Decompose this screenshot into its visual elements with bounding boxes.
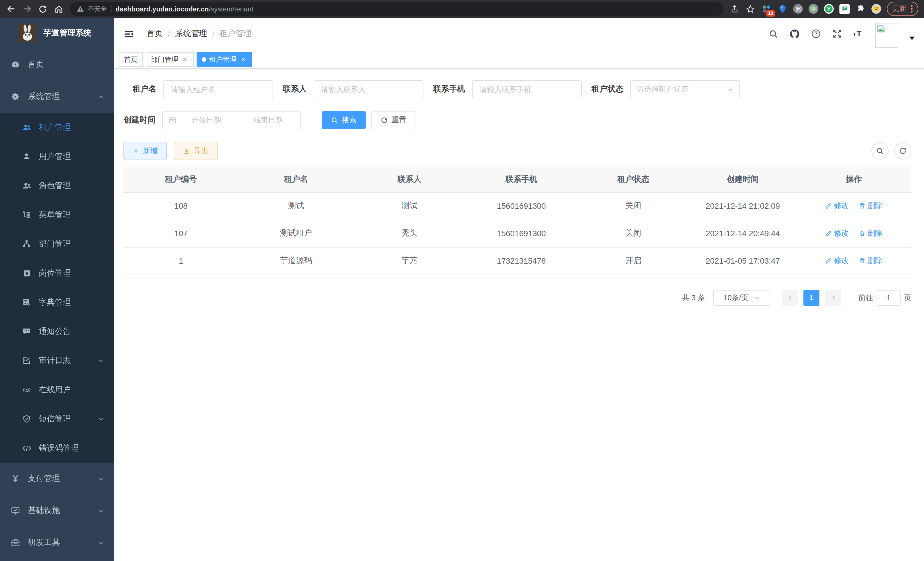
app-logo[interactable]: 芋道管理系统 (0, 18, 114, 49)
help-icon[interactable] (811, 29, 821, 39)
sidebar-item-user[interactable]: 用户管理 (0, 142, 114, 171)
col-actions: 操作 (796, 167, 911, 192)
search-button[interactable]: 搜索 (322, 111, 366, 129)
page-size-select[interactable]: 10条/页 (713, 290, 770, 306)
sidebar-item-errcode[interactable]: 错误码管理 (0, 433, 114, 463)
extension-emoji-icon[interactable] (872, 4, 881, 14)
trash-icon (859, 257, 866, 264)
extension-balloon-icon[interactable] (777, 4, 788, 14)
download-icon (183, 147, 190, 155)
trash-icon (859, 230, 866, 237)
sidebar-item-tenant[interactable]: 租户管理 (0, 113, 114, 142)
sidebar-item-label: 部门管理 (39, 239, 71, 249)
sidebar-item-infra[interactable]: 基础设施 (0, 495, 114, 527)
table-row: 1 芋道源码 芋艿 17321315478 开启 2021-01-05 17:0… (123, 247, 911, 274)
avatar[interactable] (875, 23, 898, 48)
tags-view: 首页 部门管理× 租户管理× (114, 50, 924, 69)
edit-link[interactable]: 修改 (825, 228, 849, 238)
goto-page-input[interactable] (877, 290, 901, 306)
reload-icon[interactable] (38, 4, 48, 14)
sidebar-item-sms[interactable]: 短信管理 (0, 404, 114, 433)
sidebar-item-home[interactable]: 首页 (0, 49, 114, 81)
edit-square-icon (22, 356, 32, 365)
org-tree-icon (22, 240, 32, 248)
sidebar-item-dept[interactable]: 部门管理 (0, 229, 114, 259)
col-tenant-id: 租户编号 (123, 167, 238, 192)
sidebar-item-dict[interactable]: 字典管理 (0, 288, 114, 317)
sidebar: 芋道管理系统 首页 系统管理 租户管理 用户管理 (0, 18, 114, 561)
date-range-picker[interactable]: 开始日期 - 结束日期 (162, 111, 301, 129)
sidebar-item-label: 租户管理 (39, 122, 71, 132)
reset-button[interactable]: 重置 (371, 111, 416, 129)
sidebar-item-audit-log[interactable]: 审计日志 (0, 346, 114, 375)
extension-tag-assistant-icon[interactable]: 10 (761, 4, 771, 14)
sidebar-item-system[interactable]: 系统管理 (0, 81, 114, 113)
tab-tenant[interactable]: 租户管理× (196, 52, 252, 67)
edit-link[interactable]: 修改 (825, 201, 849, 211)
sidebar-item-notice[interactable]: 通知公告 (0, 317, 114, 346)
delete-link[interactable]: 删除 (859, 256, 883, 266)
goto-label: 前往 (858, 293, 873, 303)
tenant-name-input[interactable] (164, 80, 273, 98)
contact-input[interactable] (314, 80, 423, 98)
sidebar-item-devtools[interactable]: 研发工具 (0, 527, 114, 559)
tenant-name-label: 租户名 (123, 84, 157, 94)
extension-grey-dot-icon[interactable] (808, 4, 818, 14)
menu-fold-icon[interactable] (123, 28, 134, 39)
add-button[interactable]: 新增 (123, 142, 167, 160)
fullscreen-icon[interactable] (832, 29, 842, 39)
tab-label: 首页 (124, 55, 138, 64)
svg-text:T: T (853, 32, 856, 38)
sidebar-item-menu[interactable]: 菜单管理 (0, 200, 114, 229)
cell-contact: 测试 (353, 192, 465, 220)
font-size-icon[interactable]: TT (853, 29, 865, 38)
tab-home[interactable]: 首页 (119, 52, 143, 67)
sidebar-item-role[interactable]: 角色管理 (0, 171, 114, 200)
avatar-dropdown-caret-icon[interactable] (909, 37, 915, 40)
address-bar[interactable]: 不安全 dashboard.yudao.iocoder.cn/system/te… (70, 2, 723, 16)
edit-link[interactable]: 修改 (825, 256, 849, 266)
prev-page-button[interactable] (782, 290, 798, 306)
sidebar-item-pay[interactable]: 支付管理 (0, 463, 114, 495)
sidebar-item-online-user[interactable]: 在线用户 (0, 375, 114, 404)
github-icon[interactable] (789, 28, 800, 39)
chevron-right-icon (830, 295, 836, 301)
edit-icon (825, 230, 832, 237)
extension-command-icon[interactable] (793, 4, 803, 14)
extensions-puzzle-icon[interactable] (855, 4, 866, 14)
breadcrumb-system[interactable]: 系统管理 (175, 29, 207, 39)
home-icon[interactable] (54, 4, 64, 14)
extension-chat-icon[interactable] (839, 4, 850, 14)
browser-update-button[interactable]: 更新 (887, 2, 918, 16)
browser-menu-kebab-icon[interactable] (911, 5, 913, 13)
export-button-label: 导出 (194, 146, 208, 156)
sidebar-item-label: 字典管理 (39, 297, 71, 307)
delete-link[interactable]: 删除 (859, 201, 883, 211)
next-page-button[interactable] (825, 290, 841, 306)
tab-dept[interactable]: 部门管理× (146, 52, 194, 67)
cell-created: 2021-01-05 17:03:47 (689, 247, 796, 274)
bookmark-star-icon[interactable] (745, 4, 755, 14)
edit-icon (825, 202, 832, 209)
mobile-input[interactable] (472, 80, 582, 98)
close-icon[interactable]: × (181, 56, 189, 63)
delete-link[interactable]: 删除 (859, 228, 883, 238)
sidebar-item-post[interactable]: 岗位管理 (0, 259, 114, 288)
page-1-button[interactable]: 1 (803, 290, 819, 306)
status-select[interactable]: 请选择租户状态 (630, 80, 740, 98)
breadcrumb-home[interactable]: 首页 (147, 29, 163, 39)
export-button[interactable]: 导出 (174, 142, 218, 160)
cell-id: 107 (123, 220, 238, 247)
yen-icon (10, 474, 20, 483)
share-icon[interactable] (729, 4, 740, 14)
sidebar-item-label: 审计日志 (39, 355, 71, 366)
main-area: 首页 / 系统管理 / 租户管理 TT (114, 18, 924, 561)
back-icon[interactable] (6, 4, 16, 14)
show-search-toggle-button[interactable] (872, 142, 889, 159)
forward-icon[interactable] (22, 4, 32, 14)
refresh-table-button[interactable] (894, 142, 911, 159)
status-placeholder: 请选择租户状态 (637, 84, 728, 94)
close-icon[interactable]: × (239, 56, 247, 63)
search-icon[interactable] (769, 29, 778, 39)
extension-y-icon[interactable]: Y (824, 4, 834, 14)
